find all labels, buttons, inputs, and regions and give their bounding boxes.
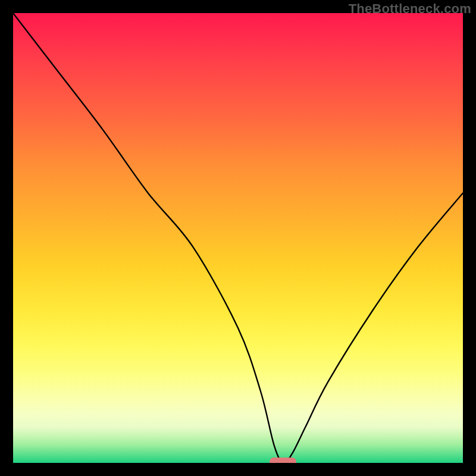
optimum-marker xyxy=(270,458,296,463)
chart-frame: TheBottleneck.com xyxy=(0,0,476,476)
watermark-text: TheBottleneck.com xyxy=(349,1,471,17)
bottleneck-curve xyxy=(13,13,463,463)
plot-area xyxy=(13,13,463,463)
